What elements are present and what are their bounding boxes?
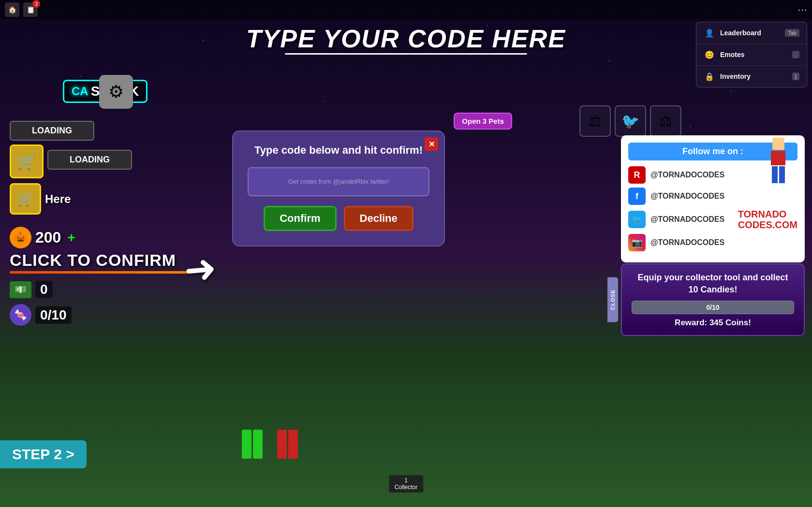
inventory-label: Inventory: [720, 72, 792, 80]
ground-char-green: [242, 430, 263, 459]
instagram-social-row: 📷 @TORNADOCODES: [628, 234, 797, 251]
leaderboard-label: Leaderboard: [720, 29, 785, 37]
leaderboard-menu-item[interactable]: 👤 Leaderboard Tab: [696, 22, 807, 44]
right-menu: 👤 Leaderboard Tab 😊 Emotes . 🔒 Inventory…: [696, 22, 807, 87]
candy-row: 🍬 0/10: [10, 304, 189, 326]
add-coins-button[interactable]: +: [67, 230, 75, 246]
emotes-label: Emotes: [720, 51, 792, 58]
candy-text: CA: [72, 85, 89, 98]
roblox-icon: R: [628, 166, 646, 184]
tornado-logo-line1: TORNADO: [738, 209, 787, 219]
candy-icon: 🍬: [10, 304, 31, 326]
trade-icon[interactable]: ⚖: [650, 105, 681, 137]
shop-cart-icon[interactable]: 🛒: [10, 145, 44, 178]
more-options-icon[interactable]: ⋯: [797, 4, 807, 15]
arrow-indicator: ➜: [182, 245, 218, 292]
facebook-handle: @TORNADOCODES: [650, 192, 724, 201]
twitter-social-icon: 🐦: [628, 211, 646, 228]
code-input-placeholder: Get codes from @jandelRblx twitter!: [288, 178, 389, 185]
twitter-handle: @TORNADOCODES: [650, 215, 724, 224]
shop-here-icon[interactable]: 🛒: [10, 183, 41, 215]
code-underline: [285, 53, 527, 55]
modal-close-button[interactable]: ✕: [425, 137, 438, 151]
ground-char-red: [277, 430, 298, 459]
candy-count: 0/10: [35, 306, 72, 324]
emotes-menu-item[interactable]: 😊 Emotes .: [696, 44, 807, 66]
click-to-confirm-text: CLICK TO CONFIRM: [10, 251, 189, 270]
code-title: TYPE YOUR CODE HERE: [246, 24, 566, 53]
here-label: Here: [45, 192, 71, 206]
modal-buttons: Confirm Decline: [248, 206, 429, 231]
quest-panel: CLOSE Equip your collector tool and coll…: [621, 263, 805, 336]
cash-row: 💵 0: [10, 281, 189, 298]
coin-row: 🎃 200 +: [10, 227, 189, 248]
character-figure: [759, 138, 797, 201]
leaderboard-icon: 👤: [704, 27, 715, 39]
cash-count: 0: [35, 281, 53, 298]
step2-button[interactable]: STEP 2 >: [0, 440, 87, 468]
leg-red-left: [277, 430, 287, 459]
top-bar: 🏠 📋 3 ⋯: [0, 0, 812, 19]
twitter-social-row: 🐦 @TORNADOCODES TORNADO CODES.COM: [628, 209, 797, 230]
scale-icon[interactable]: ⚖: [579, 105, 611, 137]
loading-button-1[interactable]: LOADING: [10, 121, 94, 141]
home-icon[interactable]: 🏠: [5, 2, 19, 17]
instagram-handle: @TORNADOCODES: [650, 238, 724, 247]
emotes-key: .: [792, 51, 799, 58]
decline-button[interactable]: Decline: [344, 206, 413, 231]
code-title-area: TYPE YOUR CODE HERE: [246, 24, 566, 55]
tornado-logo-line2: CODES.COM: [738, 219, 797, 230]
coin-count: 200: [35, 229, 61, 246]
follow-panel: Follow me on : R @TORNADOCODES f @TORNAD…: [621, 135, 805, 262]
quest-progress-bar: 0/10: [632, 301, 794, 314]
ground-characters: [242, 430, 298, 459]
leg-green-left: [242, 430, 251, 459]
leg-red-right: [288, 430, 298, 459]
facebook-icon: f: [628, 188, 646, 205]
instagram-icon: 📷: [628, 234, 646, 251]
open-pets-button[interactable]: Open 3 Pets: [454, 113, 512, 130]
leaderboard-key: Tab: [785, 29, 799, 37]
roblox-handle: @TORNADOCODES: [650, 171, 724, 179]
notification-icon[interactable]: 📋 3: [23, 2, 38, 17]
emotes-icon: 😊: [704, 49, 715, 60]
quest-reward-text: Reward: 345 Coins!: [632, 318, 794, 328]
quest-description: Equip your collector tool and collect 10…: [632, 272, 794, 296]
collector-text: Collector: [395, 484, 417, 491]
confirm-button[interactable]: Confirm: [264, 206, 336, 231]
shop-here-row: 🛒 Here: [10, 183, 189, 215]
loading-button-2[interactable]: LOADING: [47, 150, 132, 170]
coin-icon: 🎃: [10, 227, 31, 248]
collector-number: 1: [395, 477, 417, 484]
inventory-key: [: [792, 72, 799, 80]
leg-green-right: [253, 430, 263, 459]
confirm-progress-bar: [10, 271, 189, 274]
cash-icon: 💵: [10, 281, 31, 298]
collector-label: 1 Collector: [389, 475, 423, 493]
tornado-logo: TORNADO CODES.COM: [738, 209, 797, 230]
code-input-field[interactable]: Get codes from @jandelRblx twitter!: [248, 167, 429, 196]
close-side-button[interactable]: CLOSE: [607, 277, 618, 322]
twitter-icon[interactable]: 🐦: [615, 105, 646, 137]
code-entry-modal: ✕ Type code below and hit confirm! Get c…: [232, 130, 445, 246]
modal-title: Type code below and hit confirm!: [248, 144, 429, 158]
quest-progress-value: 0/10: [632, 301, 794, 314]
left-hud: LOADING 🛒 LOADING 🛒 Here 🎃 200 + CLICK T…: [10, 121, 189, 326]
inventory-menu-item[interactable]: 🔒 Inventory [: [696, 66, 807, 87]
settings-gear-button[interactable]: ⚙: [99, 75, 133, 109]
action-icons-row: ⚖ 🐦 ⚖: [579, 105, 681, 137]
inventory-icon: 🔒: [704, 71, 715, 82]
